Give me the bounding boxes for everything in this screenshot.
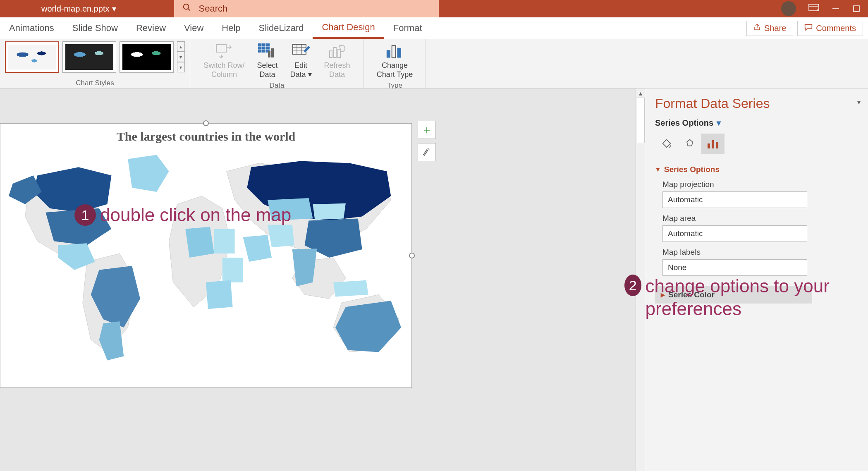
- styles-up[interactable]: ▴: [177, 41, 185, 52]
- tab-view[interactable]: View: [175, 17, 213, 39]
- svg-rect-24: [392, 45, 395, 57]
- chart-style-1[interactable]: [5, 41, 59, 73]
- chart-elements-button[interactable]: ＋: [418, 121, 436, 139]
- switch-row-column-button: Switch Row/ Column: [201, 41, 247, 81]
- svg-rect-23: [386, 50, 390, 57]
- triangle-down-icon: ▼: [655, 166, 661, 173]
- map-area-select[interactable]: Automatic: [662, 225, 807, 242]
- scroll-thumb[interactable]: [636, 98, 645, 143]
- pane-subtitle[interactable]: Series Options ▾: [655, 118, 868, 128]
- triangle-right-icon: ▸: [661, 290, 665, 299]
- edit-data-button[interactable]: Edit Data ▾: [287, 41, 314, 81]
- edit-data-icon: [292, 43, 310, 60]
- comments-button[interactable]: Comments: [797, 21, 863, 36]
- chart-title[interactable]: The largest countries in the world: [0, 124, 411, 146]
- search-placeholder: Search: [199, 3, 228, 14]
- pane-title: Format Data Series: [655, 96, 868, 111]
- minimize-icon[interactable]: [832, 5, 840, 13]
- chevron-down-icon: ▾: [717, 118, 721, 128]
- format-pane: Format Data Series ▾ Series Options ▾ ▼ …: [645, 88, 868, 471]
- svg-rect-22: [338, 49, 340, 57]
- search-box[interactable]: Search: [174, 0, 439, 17]
- ribbon: ▴ ▾ ▾ Chart Styles Switch Row/ Column Se…: [0, 39, 868, 88]
- svg-rect-20: [330, 51, 332, 57]
- switch-icon: [215, 43, 233, 60]
- svg-rect-29: [716, 142, 718, 148]
- scroll-up-icon[interactable]: ▴: [636, 88, 645, 98]
- styles-more[interactable]: ▾: [177, 62, 185, 72]
- map-labels-label: Map labels: [662, 248, 868, 257]
- chart-styles-label: Chart Styles: [5, 79, 185, 87]
- svg-rect-28: [712, 140, 714, 148]
- comment-icon: [804, 24, 813, 33]
- chart-styles-button[interactable]: [418, 143, 436, 161]
- map-chart[interactable]: The largest countries in the world: [0, 123, 412, 388]
- ribbon-display-icon[interactable]: [808, 4, 819, 14]
- chart-style-3[interactable]: [120, 41, 173, 73]
- series-color-header[interactable]: ▸ Series Color: [655, 286, 812, 304]
- tab-animations[interactable]: Animations: [0, 17, 63, 39]
- tab-slidelizard[interactable]: SlideLizard: [250, 17, 313, 39]
- tab-slide-show[interactable]: Slide Show: [63, 17, 127, 39]
- map-labels-select[interactable]: None: [662, 259, 807, 276]
- tab-format[interactable]: Format: [384, 17, 431, 39]
- tab-help[interactable]: Help: [213, 17, 249, 39]
- svg-rect-8: [258, 43, 270, 53]
- titlebar: world-map.en.pptx ▾ Search: [0, 0, 868, 17]
- map-body[interactable]: [0, 146, 411, 371]
- select-data-icon: [258, 43, 276, 60]
- styles-down[interactable]: ▾: [177, 52, 185, 62]
- series-tab-icon[interactable]: [701, 134, 725, 154]
- svg-rect-6: [854, 6, 859, 12]
- svg-rect-21: [334, 48, 336, 57]
- share-button[interactable]: Share: [746, 21, 793, 36]
- search-icon: [182, 3, 191, 14]
- tab-chart-design[interactable]: Chart Design: [313, 17, 384, 39]
- share-icon: [753, 24, 761, 33]
- map-projection-label: Map projection: [662, 180, 868, 189]
- maximize-icon[interactable]: [852, 5, 861, 13]
- effects-tab-icon[interactable]: [678, 134, 701, 154]
- svg-rect-25: [397, 48, 401, 58]
- resize-handle-top[interactable]: [203, 120, 209, 126]
- map-projection-select[interactable]: Automatic: [662, 191, 807, 208]
- ribbon-tabs: Animations Slide Show Review View Help S…: [0, 17, 868, 39]
- svg-rect-3: [809, 4, 819, 6]
- chevron-down-icon: ▾: [308, 70, 312, 79]
- svg-rect-14: [271, 48, 274, 57]
- svg-line-1: [188, 9, 190, 11]
- chevron-down-icon: ▾: [112, 4, 116, 14]
- refresh-icon: [328, 43, 346, 60]
- svg-rect-7: [216, 45, 226, 52]
- change-chart-type-icon: [386, 43, 404, 60]
- tab-review[interactable]: Review: [127, 17, 175, 39]
- fill-tab-icon[interactable]: [655, 134, 678, 154]
- svg-rect-27: [708, 143, 710, 148]
- refresh-data-button: Refresh Data: [322, 41, 353, 81]
- svg-rect-13: [268, 51, 270, 57]
- svg-point-0: [183, 4, 189, 10]
- select-data-button[interactable]: Select Data: [254, 41, 280, 81]
- chart-style-2[interactable]: [62, 41, 116, 73]
- series-options-header[interactable]: ▼ Series Options: [655, 165, 868, 174]
- resize-handle-right[interactable]: [409, 253, 415, 258]
- filename: world-map.en.pptx: [41, 4, 110, 14]
- svg-rect-15: [293, 44, 306, 54]
- vertical-scrollbar[interactable]: ▴: [636, 88, 645, 471]
- slide-canvas[interactable]: The largest countries in the world: [0, 88, 636, 471]
- change-chart-type-button[interactable]: Change Chart Type: [374, 41, 416, 81]
- user-avatar[interactable]: [781, 1, 796, 16]
- svg-marker-26: [687, 140, 693, 146]
- filename-dropdown[interactable]: world-map.en.pptx ▾: [41, 4, 116, 14]
- map-area-label: Map area: [662, 214, 868, 223]
- pane-options-icon[interactable]: ▾: [857, 98, 861, 106]
